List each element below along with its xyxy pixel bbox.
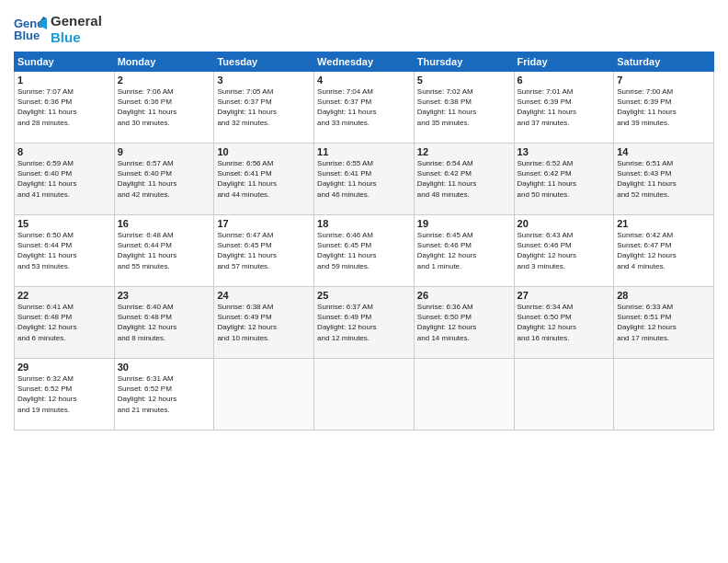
day-cell-12: 12Sunrise: 6:54 AM Sunset: 6:42 PM Dayli… <box>414 144 514 215</box>
logo-text: General Blue <box>51 13 102 46</box>
logo-icon: General Blue <box>14 15 47 44</box>
empty-cell <box>214 359 314 431</box>
empty-cell <box>514 359 614 431</box>
day-number: 8 <box>17 146 111 157</box>
day-cell-21: 21Sunrise: 6:42 AM Sunset: 6:47 PM Dayli… <box>614 215 714 287</box>
calendar-week-3: 15Sunrise: 6:50 AM Sunset: 6:44 PM Dayli… <box>15 215 714 287</box>
header: General Blue General Blue <box>14 9 714 46</box>
day-cell-15: 15Sunrise: 6:50 AM Sunset: 6:44 PM Dayli… <box>15 215 115 287</box>
logo: General Blue General Blue <box>14 9 102 46</box>
day-info: Sunrise: 7:02 AM Sunset: 6:38 PM Dayligh… <box>417 86 511 128</box>
day-number: 28 <box>617 290 711 301</box>
day-number: 15 <box>17 218 111 229</box>
empty-cell <box>614 359 714 431</box>
day-info: Sunrise: 6:51 AM Sunset: 6:43 PM Dayligh… <box>617 158 711 200</box>
weekday-header-row: SundayMondayTuesdayWednesdayThursdayFrid… <box>15 52 714 72</box>
day-info: Sunrise: 7:05 AM Sunset: 6:37 PM Dayligh… <box>217 86 311 128</box>
day-cell-9: 9Sunrise: 6:57 AM Sunset: 6:40 PM Daylig… <box>114 144 214 215</box>
calendar-table: SundayMondayTuesdayWednesdayThursdayFrid… <box>14 52 714 431</box>
day-info: Sunrise: 6:56 AM Sunset: 6:41 PM Dayligh… <box>217 158 311 200</box>
day-number: 22 <box>17 290 111 301</box>
calendar-week-2: 8Sunrise: 6:59 AM Sunset: 6:40 PM Daylig… <box>15 144 714 215</box>
day-info: Sunrise: 7:00 AM Sunset: 6:39 PM Dayligh… <box>617 86 711 128</box>
day-number: 14 <box>617 146 711 157</box>
svg-text:Blue: Blue <box>14 29 40 42</box>
day-number: 20 <box>518 218 611 229</box>
day-info: Sunrise: 6:42 AM Sunset: 6:47 PM Dayligh… <box>617 230 711 271</box>
day-number: 27 <box>518 290 611 301</box>
calendar-week-1: 1Sunrise: 7:07 AM Sunset: 6:36 PM Daylig… <box>15 72 714 144</box>
day-cell-28: 28Sunrise: 6:33 AM Sunset: 6:51 PM Dayli… <box>614 287 714 359</box>
day-cell-7: 7Sunrise: 7:00 AM Sunset: 6:39 PM Daylig… <box>614 72 714 144</box>
day-cell-13: 13Sunrise: 6:52 AM Sunset: 6:42 PM Dayli… <box>514 144 614 215</box>
day-info: Sunrise: 6:38 AM Sunset: 6:49 PM Dayligh… <box>217 302 311 343</box>
day-cell-17: 17Sunrise: 6:47 AM Sunset: 6:45 PM Dayli… <box>214 215 314 287</box>
weekday-saturday: Saturday <box>614 52 714 72</box>
day-info: Sunrise: 6:52 AM Sunset: 6:42 PM Dayligh… <box>518 158 611 200</box>
day-number: 1 <box>17 75 111 86</box>
day-cell-10: 10Sunrise: 6:56 AM Sunset: 6:41 PM Dayli… <box>214 144 314 215</box>
day-cell-29: 29Sunrise: 6:32 AM Sunset: 6:52 PM Dayli… <box>15 359 115 431</box>
day-info: Sunrise: 6:50 AM Sunset: 6:44 PM Dayligh… <box>17 230 111 271</box>
day-info: Sunrise: 6:41 AM Sunset: 6:48 PM Dayligh… <box>17 302 111 343</box>
day-number: 6 <box>518 75 611 86</box>
weekday-thursday: Thursday <box>414 52 514 72</box>
day-cell-11: 11Sunrise: 6:55 AM Sunset: 6:41 PM Dayli… <box>314 144 415 215</box>
day-info: Sunrise: 6:37 AM Sunset: 6:49 PM Dayligh… <box>317 302 411 343</box>
day-number: 13 <box>518 146 611 157</box>
day-info: Sunrise: 7:07 AM Sunset: 6:36 PM Dayligh… <box>17 86 111 128</box>
day-info: Sunrise: 6:47 AM Sunset: 6:45 PM Dayligh… <box>217 230 311 271</box>
calendar-week-5: 29Sunrise: 6:32 AM Sunset: 6:52 PM Dayli… <box>15 359 714 431</box>
day-cell-3: 3Sunrise: 7:05 AM Sunset: 6:37 PM Daylig… <box>214 72 314 144</box>
day-cell-6: 6Sunrise: 7:01 AM Sunset: 6:39 PM Daylig… <box>514 72 614 144</box>
day-cell-4: 4Sunrise: 7:04 AM Sunset: 6:37 PM Daylig… <box>314 72 415 144</box>
day-info: Sunrise: 6:33 AM Sunset: 6:51 PM Dayligh… <box>617 302 711 343</box>
day-info: Sunrise: 7:04 AM Sunset: 6:37 PM Dayligh… <box>317 86 411 128</box>
day-info: Sunrise: 6:48 AM Sunset: 6:44 PM Dayligh… <box>118 230 211 271</box>
day-info: Sunrise: 6:40 AM Sunset: 6:48 PM Dayligh… <box>118 302 211 343</box>
day-number: 7 <box>617 75 711 86</box>
weekday-sunday: Sunday <box>15 52 115 72</box>
day-number: 26 <box>417 290 511 301</box>
day-info: Sunrise: 6:43 AM Sunset: 6:46 PM Dayligh… <box>518 230 611 271</box>
weekday-friday: Friday <box>514 52 614 72</box>
weekday-wednesday: Wednesday <box>314 52 415 72</box>
day-info: Sunrise: 6:45 AM Sunset: 6:46 PM Dayligh… <box>417 230 511 271</box>
day-number: 11 <box>317 146 411 157</box>
day-number: 30 <box>118 362 211 373</box>
day-info: Sunrise: 6:46 AM Sunset: 6:45 PM Dayligh… <box>317 230 411 271</box>
day-info: Sunrise: 6:55 AM Sunset: 6:41 PM Dayligh… <box>317 158 411 200</box>
calendar-week-4: 22Sunrise: 6:41 AM Sunset: 6:48 PM Dayli… <box>15 287 714 359</box>
day-cell-8: 8Sunrise: 6:59 AM Sunset: 6:40 PM Daylig… <box>15 144 115 215</box>
empty-cell <box>314 359 415 431</box>
day-info: Sunrise: 6:54 AM Sunset: 6:42 PM Dayligh… <box>417 158 511 200</box>
day-cell-16: 16Sunrise: 6:48 AM Sunset: 6:44 PM Dayli… <box>114 215 214 287</box>
day-number: 25 <box>317 290 411 301</box>
page: General Blue General Blue SundayMondayTu… <box>0 0 728 563</box>
day-cell-24: 24Sunrise: 6:38 AM Sunset: 6:49 PM Dayli… <box>214 287 314 359</box>
day-number: 12 <box>417 146 511 157</box>
day-cell-26: 26Sunrise: 6:36 AM Sunset: 6:50 PM Dayli… <box>414 287 514 359</box>
day-cell-5: 5Sunrise: 7:02 AM Sunset: 6:38 PM Daylig… <box>414 72 514 144</box>
day-number: 4 <box>317 75 411 86</box>
day-cell-18: 18Sunrise: 6:46 AM Sunset: 6:45 PM Dayli… <box>314 215 415 287</box>
day-number: 21 <box>617 218 711 229</box>
day-cell-25: 25Sunrise: 6:37 AM Sunset: 6:49 PM Dayli… <box>314 287 415 359</box>
day-number: 2 <box>118 75 211 86</box>
day-number: 19 <box>417 218 511 229</box>
day-cell-19: 19Sunrise: 6:45 AM Sunset: 6:46 PM Dayli… <box>414 215 514 287</box>
day-info: Sunrise: 7:06 AM Sunset: 6:36 PM Dayligh… <box>118 86 211 128</box>
day-info: Sunrise: 6:31 AM Sunset: 6:52 PM Dayligh… <box>118 373 211 415</box>
day-number: 5 <box>417 75 511 86</box>
empty-cell <box>414 359 514 431</box>
day-number: 18 <box>317 218 411 229</box>
day-cell-23: 23Sunrise: 6:40 AM Sunset: 6:48 PM Dayli… <box>114 287 214 359</box>
day-number: 17 <box>217 218 311 229</box>
day-info: Sunrise: 6:57 AM Sunset: 6:40 PM Dayligh… <box>118 158 211 200</box>
day-number: 3 <box>217 75 311 86</box>
day-info: Sunrise: 6:34 AM Sunset: 6:50 PM Dayligh… <box>518 302 611 343</box>
day-number: 24 <box>217 290 311 301</box>
day-info: Sunrise: 6:36 AM Sunset: 6:50 PM Dayligh… <box>417 302 511 343</box>
day-number: 23 <box>118 290 211 301</box>
day-number: 29 <box>17 362 111 373</box>
